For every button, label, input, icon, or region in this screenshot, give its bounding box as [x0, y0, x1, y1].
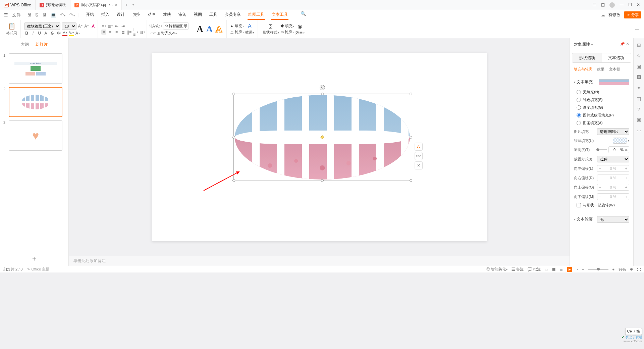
panel-tab-slides[interactable]: 幻灯片 — [35, 40, 48, 49]
side-template-icon[interactable]: ⌘ — [637, 117, 641, 123]
add-slide-button[interactable]: ＋ — [0, 251, 68, 266]
sec-fill-outline[interactable]: 填充与轮廓 — [574, 67, 592, 72]
cloud-icon[interactable]: ☁ — [601, 13, 605, 17]
align-right-icon[interactable]: ≡ — [114, 30, 119, 35]
cube-icon[interactable]: ◳ — [601, 2, 605, 8]
numbering-icon[interactable]: ≣▾ — [108, 23, 113, 29]
font-size-select[interactable]: 18 — [62, 22, 76, 30]
tab-document[interactable]: P演示文稿(2).pptx·× — [70, 0, 122, 10]
pin-icon[interactable]: 📌 — [620, 42, 625, 46]
vertical-align-icon[interactable]: A↕▾ — [157, 23, 162, 29]
section-text-fill[interactable]: 文本填充 — [574, 77, 593, 87]
superscript-icon[interactable]: X² — [56, 31, 61, 36]
resize-handle-sw[interactable] — [232, 179, 235, 182]
radio-picture-fill[interactable] — [577, 113, 581, 117]
tab-shape-options[interactable]: 形状选项 — [572, 53, 602, 62]
preview-icon[interactable]: 💻 — [49, 11, 57, 18]
text-fill-button[interactable]: ▲ 填充▾ — [230, 23, 244, 29]
resize-handle-s[interactable] — [321, 179, 324, 182]
side-star-icon[interactable]: ☆ — [637, 53, 641, 58]
view-reading-icon[interactable]: ☰ — [559, 267, 563, 271]
align-justify-icon[interactable]: ≣ — [120, 30, 125, 35]
tabs-dropdown-icon[interactable]: ▾ — [132, 3, 134, 6]
tab-transition[interactable]: 切换 — [131, 10, 141, 20]
float-abc-icon[interactable]: ABC — [415, 152, 423, 160]
indent-dec-icon[interactable]: ⇤ — [114, 23, 119, 29]
bold-icon[interactable]: B — [24, 31, 29, 36]
strike-icon[interactable]: S̶ — [50, 31, 55, 36]
tab-animation[interactable]: 动画 — [147, 10, 156, 20]
resize-handle-nw[interactable] — [232, 93, 235, 95]
save-icon[interactable]: 🖫 — [26, 11, 33, 18]
align-center-icon[interactable]: ≡ — [108, 30, 113, 35]
tab-start[interactable]: 开始 — [85, 10, 95, 20]
search-icon[interactable]: 🔍 — [299, 10, 307, 20]
tab-drawing-tools[interactable]: 绘图工具 — [248, 10, 265, 20]
resize-handle-ne[interactable] — [410, 93, 412, 95]
slideshow-button[interactable]: ▶ — [567, 267, 572, 272]
side-magic-icon[interactable]: ✦ — [637, 85, 641, 91]
new-tab-button[interactable]: ＋ — [122, 2, 131, 8]
side-image-icon[interactable]: 🖼 — [637, 74, 641, 80]
fill-preview[interactable] — [599, 79, 629, 85]
align-text-button[interactable]: ◫ 对齐文本▾ — [157, 31, 177, 36]
wordart-gallery[interactable]: A A A — [195, 24, 224, 35]
sec-textbox[interactable]: 文本框 — [609, 67, 620, 72]
view-sorter-icon[interactable]: ▦ — [552, 267, 555, 271]
radio-no-fill[interactable] — [577, 90, 581, 94]
text-effect-button[interactable]: A效果▾ — [244, 23, 256, 35]
shape-fill-button[interactable]: ◆ 填充▾ — [280, 23, 294, 29]
highlight-icon[interactable]: ✎▾ — [69, 31, 74, 36]
tab-slideshow[interactable]: 放映 — [162, 10, 172, 20]
notes-button[interactable]: ☰ 备注 — [512, 267, 524, 272]
side-more-icon[interactable]: ⋯ — [637, 128, 641, 134]
radio-gradient-fill[interactable] — [577, 105, 581, 110]
maximize-icon[interactable]: ☐ — [628, 2, 632, 8]
zoom-slider[interactable] — [588, 269, 608, 270]
tab-tools[interactable]: 工具 — [209, 10, 218, 20]
font-name-select[interactable]: 微软雅黑 (正文) — [24, 22, 60, 30]
export-icon[interactable]: ⎘ — [34, 11, 40, 18]
rotate-handle[interactable]: ↻ — [320, 85, 325, 90]
tab-template[interactable]: D找稻壳模板 — [36, 0, 70, 10]
text-box-icon[interactable]: ▭▾ — [150, 31, 155, 36]
shape-outline-button[interactable]: ▭ 轮廓▾ — [280, 30, 294, 35]
thumbnail-1[interactable]: 服务政处满规培训 — [9, 53, 62, 84]
ai-beautify-button[interactable]: ◎ 智能美化▾ — [486, 267, 507, 272]
tab-wps[interactable]: WWPS Office — [0, 0, 36, 10]
close-panel-icon[interactable]: ✕ — [626, 42, 629, 46]
critique-button[interactable]: 💬 批注 — [528, 267, 541, 272]
fit-icon[interactable]: ⊕ — [630, 267, 633, 271]
hamburger-icon[interactable]: ☰ — [3, 11, 9, 18]
notes-area[interactable]: 单击此处添加备注 — [69, 256, 570, 266]
tab-insert[interactable]: 插入 — [101, 10, 110, 20]
side-help-icon[interactable]: ? — [638, 107, 640, 112]
picture-fill-select[interactable]: 请选择图片 — [597, 128, 629, 135]
line-spacing-icon[interactable]: ‖≡ — [127, 30, 132, 35]
radio-pattern-fill[interactable] — [577, 121, 581, 125]
file-menu[interactable]: 文件 — [11, 11, 22, 19]
spacing-icon[interactable]: ⁝≡▾ — [133, 30, 138, 35]
resize-handle-n[interactable] — [321, 93, 324, 95]
text-direction-icon[interactable]: ⇅A▾ — [150, 23, 155, 29]
texture-swatch[interactable] — [613, 138, 627, 144]
tab-view[interactable]: 视图 — [193, 10, 203, 20]
align-left-icon[interactable]: ≡ — [101, 30, 106, 35]
resize-handle-e[interactable] — [410, 136, 412, 139]
italic-icon[interactable]: I — [31, 31, 36, 36]
view-normal-icon[interactable]: ▭ — [545, 267, 548, 271]
more-font-icon[interactable]: A▾ — [75, 31, 80, 36]
zoom-in-icon[interactable]: + — [612, 267, 614, 271]
panel-tab-outline[interactable]: 大纲 — [20, 40, 30, 49]
side-layers-icon[interactable]: ▣ — [637, 64, 641, 69]
side-crop-icon[interactable]: ◫ — [637, 96, 641, 101]
section-text-outline[interactable]: 文本轮廓 — [574, 214, 593, 224]
selection-box[interactable]: ↻ A ABC ✕ — [233, 94, 411, 181]
tab-text-options[interactable]: 文本选项 — [602, 53, 631, 62]
tab-text-tools[interactable]: 文本工具 — [271, 10, 288, 20]
bullets-icon[interactable]: ≡▾ — [101, 23, 106, 29]
tab-review[interactable]: 审阅 — [178, 10, 187, 20]
sec-effect[interactable]: 效果 — [597, 67, 604, 72]
window-copy-icon[interactable]: ❐ — [593, 2, 596, 8]
clear-format-icon[interactable]: A̸ — [91, 23, 96, 29]
